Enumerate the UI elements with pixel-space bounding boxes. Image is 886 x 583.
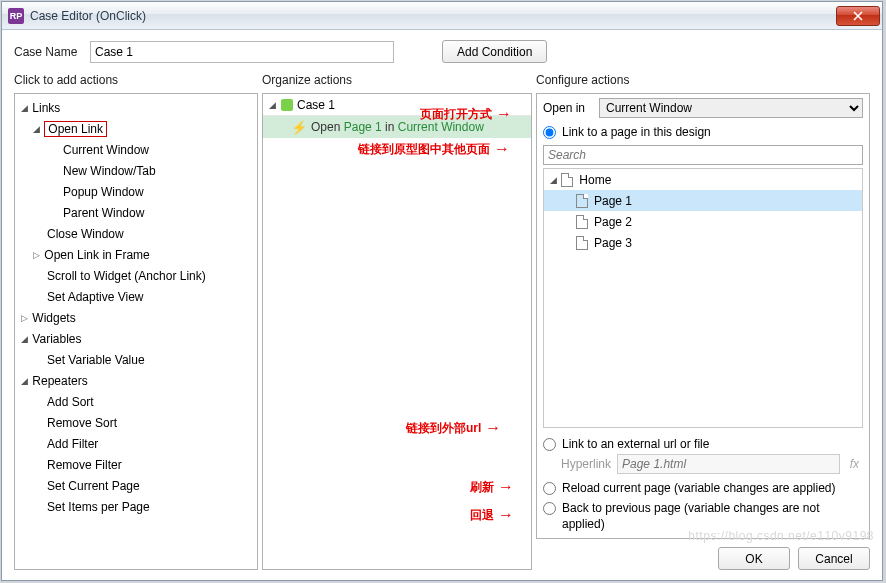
titlebar[interactable]: RP Case Editor (OnClick) <box>2 2 882 30</box>
configure-header: Configure actions <box>536 73 870 87</box>
actions-column: Click to add actions Links Open Link Cur… <box>14 73 258 570</box>
hyperlink-label: Hyperlink <box>561 457 611 471</box>
page-3[interactable]: Page 3 <box>544 232 862 253</box>
page-icon <box>576 215 588 229</box>
tree-set-items-page[interactable]: Set Items per Page <box>15 496 257 517</box>
caret-right-icon <box>19 313 29 323</box>
case-name-label: Case Name <box>14 45 90 59</box>
dialog-footer: OK Cancel <box>536 539 870 570</box>
actions-panel[interactable]: Links Open Link Current Window New Windo… <box>14 93 258 570</box>
tree-set-var-value[interactable]: Set Variable Value <box>15 349 257 370</box>
lightning-icon: ⚡ <box>291 120 307 135</box>
tree-remove-sort[interactable]: Remove Sort <box>15 412 257 433</box>
page-tree[interactable]: Home Page 1 Page 2 Page 3 <box>543 168 863 428</box>
page-icon <box>576 194 588 208</box>
caret-down-icon <box>19 103 29 113</box>
case-name-row: Case Name Add Condition <box>14 40 870 63</box>
page-1[interactable]: Page 1 <box>544 190 862 211</box>
page-2[interactable]: Page 2 <box>544 211 862 232</box>
page-home[interactable]: Home <box>544 169 862 190</box>
tree-add-sort[interactable]: Add Sort <box>15 391 257 412</box>
open-in-label: Open in <box>543 101 599 115</box>
organize-case-row[interactable]: Case 1 <box>263 94 531 116</box>
tree-set-current-page[interactable]: Set Current Page <box>15 475 257 496</box>
action-text: Open Page 1 in Current Window <box>311 120 484 134</box>
tree-repeaters[interactable]: Repeaters <box>15 370 257 391</box>
content-area: Case Name Add Condition Click to add act… <box>2 30 882 580</box>
app-icon: RP <box>8 8 24 24</box>
radio-back[interactable]: Back to previous page (variable changes … <box>543 498 863 534</box>
radio-link-design[interactable]: Link to a page in this design <box>543 122 863 142</box>
caret-down-icon <box>19 334 29 344</box>
search-input[interactable] <box>543 145 863 165</box>
tree-set-adaptive[interactable]: Set Adaptive View <box>15 286 257 307</box>
caret-down-icon <box>31 124 41 134</box>
organize-header: Organize actions <box>262 73 532 87</box>
case-name-input[interactable] <box>90 41 394 63</box>
close-icon <box>853 11 863 21</box>
organize-case-label: Case 1 <box>297 98 335 112</box>
tree-widgets[interactable]: Widgets <box>15 307 257 328</box>
radio-reload[interactable]: Reload current page (variable changes ar… <box>543 478 863 498</box>
page-icon <box>576 236 588 250</box>
tree-popup-window[interactable]: Popup Window <box>15 181 257 202</box>
open-in-select[interactable]: Current Window <box>599 98 863 118</box>
radio-link-design-input[interactable] <box>543 126 556 139</box>
radio-external-input[interactable] <box>543 438 556 451</box>
tree-parent-window[interactable]: Parent Window <box>15 202 257 223</box>
add-condition-button[interactable]: Add Condition <box>442 40 547 63</box>
caret-down-icon <box>19 376 29 386</box>
configure-panel: Open in Current Window Link to a page in… <box>536 93 870 539</box>
page-icon <box>561 173 573 187</box>
case-editor-window: RP Case Editor (OnClick) Case Name Add C… <box>1 1 883 581</box>
tree-open-link[interactable]: Open Link <box>15 118 257 139</box>
hyperlink-row: Hyperlink fx <box>543 454 863 474</box>
radio-external[interactable]: Link to an external url or file <box>543 434 863 454</box>
caret-down-icon <box>548 175 558 185</box>
tree-current-window[interactable]: Current Window <box>15 139 257 160</box>
tree-variables[interactable]: Variables <box>15 328 257 349</box>
close-button[interactable] <box>836 6 880 26</box>
radio-reload-input[interactable] <box>543 482 556 495</box>
configure-column: Configure actions Open in Current Window… <box>536 73 870 570</box>
organize-column: Organize actions Case 1 ⚡ Open Page 1 in <box>262 73 532 570</box>
case-icon <box>281 99 293 111</box>
ok-button[interactable]: OK <box>718 547 790 570</box>
caret-down-icon <box>267 100 277 110</box>
tree-add-filter[interactable]: Add Filter <box>15 433 257 454</box>
radio-back-input[interactable] <box>543 502 556 515</box>
tree-scroll-widget[interactable]: Scroll to Widget (Anchor Link) <box>15 265 257 286</box>
tree-open-frame[interactable]: Open Link in Frame <box>15 244 257 265</box>
organize-panel[interactable]: Case 1 ⚡ Open Page 1 in Current Window <box>262 93 532 570</box>
actions-header: Click to add actions <box>14 73 258 87</box>
tree-close-window[interactable]: Close Window <box>15 223 257 244</box>
open-in-row: Open in Current Window <box>543 98 863 118</box>
fx-button[interactable]: fx <box>846 457 863 471</box>
cancel-button[interactable]: Cancel <box>798 547 870 570</box>
tree-new-window[interactable]: New Window/Tab <box>15 160 257 181</box>
caret-right-icon <box>31 250 41 260</box>
organize-action-row[interactable]: ⚡ Open Page 1 in Current Window <box>263 116 531 138</box>
tree-remove-filter[interactable]: Remove Filter <box>15 454 257 475</box>
hyperlink-input <box>617 454 840 474</box>
tree-links[interactable]: Links <box>15 97 257 118</box>
window-title: Case Editor (OnClick) <box>30 9 146 23</box>
